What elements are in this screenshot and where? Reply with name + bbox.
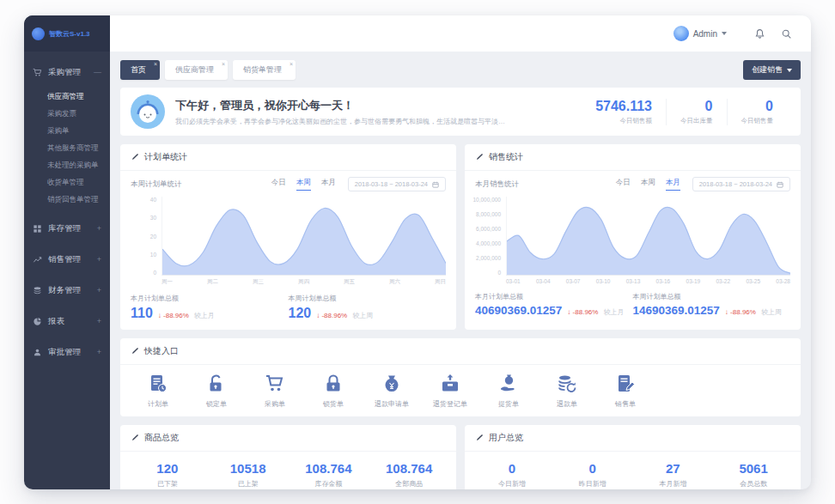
content: 首页 × 供应商管理 × 销货单管理 × 创建销售 xyxy=(110,52,811,489)
quick-entry-refund-order[interactable]: 退款单 xyxy=(538,373,596,409)
close-icon[interactable]: × xyxy=(222,60,225,68)
period-today[interactable]: 今日 xyxy=(616,178,631,191)
change-down: ↓ -88.96% xyxy=(158,312,189,319)
change-down: ↓ -88.96% xyxy=(567,308,598,316)
sidebar-submenu: 供应商管理 采购发票 采购单 其他服务商管理 未处理的采购单 收货单管理 销货回… xyxy=(24,88,110,213)
quick-entry-plan-order[interactable]: 计划单 xyxy=(129,373,187,409)
period-week[interactable]: 本周 xyxy=(296,178,311,191)
sidebar-item-label: 销售管理 xyxy=(48,254,81,265)
chevron-down-icon xyxy=(787,69,792,72)
chevron-down-icon xyxy=(722,32,727,35)
chart-summary: 本月计划单总额 110 ↓ -88.96% 较上月 本周计划单总额 120 xyxy=(120,286,456,330)
sidebar-subitem-suppliers[interactable]: 供应商管理 xyxy=(24,88,110,105)
sidebar-menu: 采购管理 — 供应商管理 采购发票 采购单 其他服务商管理 未处理的采购单 收货… xyxy=(24,52,110,489)
tab-sales-order[interactable]: 销货单管理 × xyxy=(233,60,296,80)
pen-icon xyxy=(131,347,139,355)
logo: 智数云S-v1.3 xyxy=(24,15,110,52)
period-month[interactable]: 本月 xyxy=(666,178,680,191)
sidebar-item-sales[interactable]: 销售管理 + xyxy=(24,244,110,275)
quick-entry-purchase-order[interactable]: 采购单 xyxy=(246,373,304,409)
sidebar-item-audit[interactable]: 审批管理 + xyxy=(24,337,110,367)
tab-home[interactable]: 首页 × xyxy=(120,60,160,80)
stat-new-today: 0 今日新增 xyxy=(472,461,552,489)
period-tabs: 今日 本周 本月 xyxy=(271,178,336,191)
quick-entry-card: 快捷入口 计划单 锁定单 采购单 xyxy=(120,338,801,416)
chart-filter: 本周计划单统计 今日 本周 本月 2018-03-18 ~ 2018-03-24 xyxy=(120,171,456,195)
pie-chart-icon xyxy=(33,317,42,326)
today-stats: 5746.113 今日销售额 0 今日出库量 0 今日销售量 xyxy=(582,99,787,125)
plan-stats-card: 计划单统计 本周计划单统计 今日 本周 本月 2018-03-18 ~ 2018… xyxy=(120,144,456,330)
user-overview-card: 用户总览 0 今日新增 0 昨日新增 27 本月新增 xyxy=(465,425,801,489)
chart-summary: 本月计划单总额 40690369.01257 ↓ -88.96% 较上月 本周计… xyxy=(465,284,801,325)
top-header: Admin xyxy=(110,15,811,52)
quick-entry-pickup-order[interactable]: 提货单 xyxy=(479,373,538,409)
sidebar-item-label: 库存管理 xyxy=(48,223,81,234)
sidebar-subitem-purchase-order[interactable]: 采购单 xyxy=(24,122,110,139)
expand-icon[interactable]: + xyxy=(97,348,101,356)
close-icon[interactable]: × xyxy=(154,60,157,68)
search-icon xyxy=(781,28,792,39)
sidebar-subitem-purchase-invoice[interactable]: 采购发票 xyxy=(24,105,110,122)
sidebar-subitem-sales-return[interactable]: 销货回售单管理 xyxy=(24,191,110,208)
card-title: 计划单统计 xyxy=(144,151,187,163)
search-button[interactable] xyxy=(777,28,795,39)
sidebar-item-reports[interactable]: 报表 + xyxy=(24,306,110,337)
quick-entry-return-register[interactable]: 退货登记单 xyxy=(421,373,479,409)
sidebar-item-inventory[interactable]: 库存管理 + xyxy=(24,213,110,244)
card-title: 销售统计 xyxy=(489,151,523,163)
logo-text: 智数云S-v1.3 xyxy=(49,29,90,39)
stat-all-products: 108.764 全部商品 xyxy=(369,461,449,489)
period-today[interactable]: 今日 xyxy=(271,178,286,191)
avatar xyxy=(673,26,689,41)
sidebar-item-label: 审批管理 xyxy=(48,347,81,358)
stat-on-shelf: 10518 已上架 xyxy=(208,461,289,489)
sidebar-subitem-other-providers[interactable]: 其他服务商管理 xyxy=(24,139,110,156)
chart-plot xyxy=(506,197,790,276)
summary-value: 40690369.01257 xyxy=(475,304,562,317)
date-range-picker[interactable]: 2018-03-18 ~ 2018-03-24 xyxy=(348,177,446,191)
quick-entry-lock-goods[interactable]: 锁货单 xyxy=(304,373,363,409)
close-icon[interactable]: × xyxy=(290,60,293,68)
summary-month: 本月计划单总额 110 ↓ -88.96% 较上月 xyxy=(131,294,289,321)
expand-icon[interactable]: + xyxy=(97,317,101,325)
expand-icon[interactable]: + xyxy=(97,255,101,264)
sidebar-item-purchase[interactable]: 采购管理 — xyxy=(24,57,110,88)
stat-total-members: 5061 会员总数 xyxy=(713,461,794,489)
x-axis-labels: 03-0103-0403-0703-1003-1303-1603-1903-22… xyxy=(465,276,801,284)
coin-icon xyxy=(33,286,42,295)
coins-refresh-icon xyxy=(557,373,577,394)
period-month[interactable]: 本月 xyxy=(321,178,336,191)
notifications-button[interactable] xyxy=(751,28,769,39)
trend-icon xyxy=(33,255,42,264)
expand-icon[interactable]: + xyxy=(97,286,101,295)
period-week[interactable]: 本周 xyxy=(641,178,655,191)
sidebar: 智数云S-v1.3 采购管理 — 供应商管理 采购发票 采购单 其他服务商管理 … xyxy=(24,15,110,489)
card-header: 用户总览 xyxy=(465,425,801,452)
tab-suppliers[interactable]: 供应商管理 × xyxy=(165,60,228,80)
sidebar-subitem-receipt-mgmt[interactable]: 收货单管理 xyxy=(24,173,110,191)
collapse-icon[interactable]: — xyxy=(94,68,101,76)
date-range-picker[interactable]: 2018-03-18 ~ 2018-03-24 xyxy=(692,177,790,191)
hand-coin-icon xyxy=(498,373,519,394)
user-icon xyxy=(33,348,42,357)
user-menu[interactable]: Admin xyxy=(673,26,727,41)
expand-icon[interactable]: + xyxy=(97,224,101,233)
quick-entry-lock-order[interactable]: 锁定单 xyxy=(187,373,246,409)
chart-plot xyxy=(162,197,446,276)
quick-entry-refund-request[interactable]: 退款申请单 xyxy=(363,373,421,409)
summary-week: 本周计划单总额 120 ↓ -88.96% 较上周 xyxy=(289,294,447,321)
create-sale-button[interactable]: 创建销售 xyxy=(743,60,801,80)
mascot-avatar xyxy=(131,94,165,129)
card-header: 计划单统计 xyxy=(120,144,456,171)
lock-open-icon xyxy=(206,373,227,394)
quick-entry-sales-order[interactable]: 销售单 xyxy=(596,373,655,409)
logo-icon xyxy=(32,27,45,40)
summary-month: 本月计划单总额 40690369.01257 ↓ -88.96% 较上月 xyxy=(475,292,633,317)
greeting: 下午好，管理员，祝你开心每一天！ 我们必须先学会承受，再学会参与净化这美丽如画的… xyxy=(175,98,510,126)
sidebar-item-finance[interactable]: 财务管理 + xyxy=(24,275,110,306)
x-axis-labels: 周一周二周三周四周五周六周日 xyxy=(120,276,456,286)
sidebar-subitem-pending-purchase[interactable]: 未处理的采购单 xyxy=(24,156,110,173)
summary-value: 120 xyxy=(289,306,312,321)
card-title: 快捷入口 xyxy=(144,345,179,357)
pen-icon xyxy=(475,153,484,161)
